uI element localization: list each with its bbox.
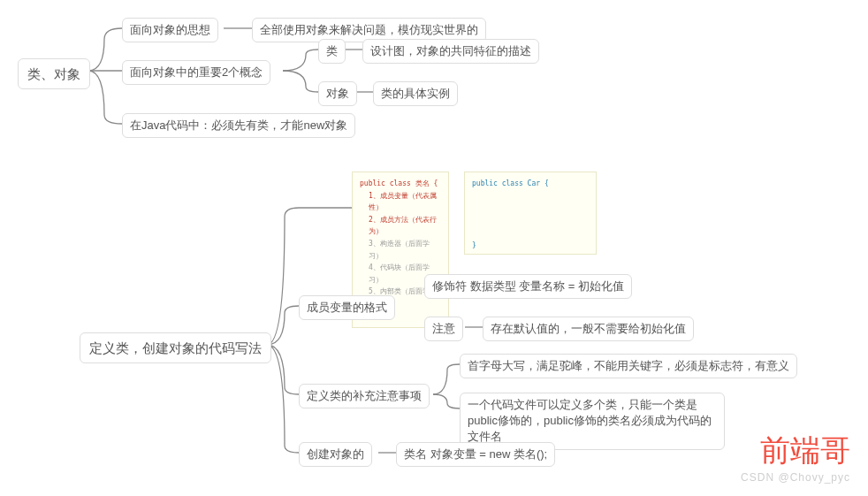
- node-object-desc: 类的具体实例: [373, 81, 458, 106]
- node-note-default: 存在默认值的，一般不需要给初始化值: [483, 317, 694, 341]
- node-member-var-format: 成员变量的格式: [299, 295, 395, 320]
- code-line: public class Car {: [472, 178, 589, 190]
- node-member-var-syntax: 修饰符 数据类型 变量名称 = 初始化值: [424, 274, 632, 299]
- node-note: 注意: [424, 317, 463, 341]
- code-line: 1、成员变量（代表属性）: [360, 190, 441, 214]
- codebox-example: public class Car { }: [464, 172, 597, 255]
- node-oo-thinking: 面向对象的思想: [122, 18, 218, 42]
- node-class: 类: [318, 39, 346, 64]
- watermark-red: 前端哥: [760, 431, 850, 471]
- node-public-rule: 一个代码文件可以定义多个类，只能一个类是public修饰的，public修饰的类…: [460, 393, 725, 450]
- root-class-object: 类、对象: [18, 58, 90, 89]
- watermark-grey: CSDN @Chovy_pyc: [741, 471, 850, 484]
- node-create-syntax: 类名 对象变量 = new 类名();: [396, 442, 555, 467]
- node-object: 对象: [318, 81, 357, 106]
- node-class-rules: 定义类的补充注意事项: [299, 384, 430, 408]
- node-naming-rule: 首字母大写，满足驼峰，不能用关键字，必须是标志符，有意义: [460, 354, 797, 378]
- node-class-desc: 设计图，对象的共同特征的描述: [362, 39, 539, 64]
- node-java-rule: 在Java代码中：必须先有类，才能new对象: [122, 113, 355, 138]
- node-two-concepts: 面向对象中的重要2个概念: [122, 60, 270, 85]
- code-line: 2、成员方法（代表行为）: [360, 214, 441, 238]
- code-line: }: [472, 240, 589, 252]
- code-line: 3、构造器（后面学习）: [360, 238, 441, 262]
- node-create-object: 创建对象的: [299, 442, 372, 467]
- code-line: public class 类名 {: [360, 178, 441, 190]
- root-define-class: 定义类，创建对象的代码写法: [80, 332, 271, 363]
